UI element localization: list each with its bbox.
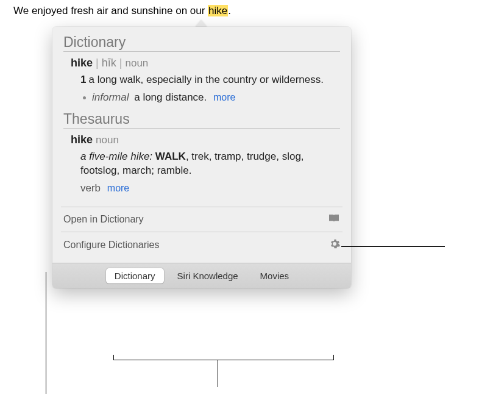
highlighted-word[interactable]: hike xyxy=(208,5,228,16)
dictionary-pos: noun xyxy=(125,57,148,69)
thesaurus-verb-label: verb xyxy=(80,182,101,194)
thesaurus-example: a five-mile hike: xyxy=(80,151,152,162)
dictionary-heading: Dictionary xyxy=(63,34,340,52)
thesaurus-verb-line: verb more xyxy=(80,182,340,196)
popover-content[interactable]: Dictionary hike | hīk | noun 1 a long wa… xyxy=(52,27,351,207)
sub-definition-row: informal a long distance. more xyxy=(80,91,340,105)
lookup-popover: Dictionary hike | hīk | noun 1 a long wa… xyxy=(52,27,351,288)
tab-siri-knowledge[interactable]: Siri Knowledge xyxy=(169,268,247,283)
thesaurus-entry: hike noun a five-mile hike: WALK, trek, … xyxy=(63,133,340,196)
open-in-dictionary-label: Open in Dictionary xyxy=(63,214,144,225)
dictionary-definitions: 1 a long walk, especially in the country… xyxy=(71,73,340,105)
open-in-dictionary-row[interactable]: Open in Dictionary xyxy=(61,207,343,232)
book-icon xyxy=(328,213,340,226)
popover-actions: Open in Dictionary Configure Dictionarie… xyxy=(52,207,351,263)
source-sentence: We enjoyed fresh air and sunshine on our… xyxy=(13,5,231,17)
sentence-suffix: . xyxy=(228,5,231,16)
more-link[interactable]: more xyxy=(213,92,235,102)
popover-footer-tabs: Dictionary Siri Knowledge Movies xyxy=(52,263,351,288)
thesaurus-heading: Thesaurus xyxy=(63,111,340,129)
dictionary-word-line: hike | hīk | noun xyxy=(71,57,340,69)
dictionary-entry: hike | hīk | noun 1 a long walk, especia… xyxy=(63,57,340,105)
configure-dictionaries-label: Configure Dictionaries xyxy=(63,240,159,251)
bullet-icon xyxy=(83,96,86,99)
thesaurus-word-line: hike noun xyxy=(71,133,340,146)
thesaurus-word: hike xyxy=(71,133,93,146)
dictionary-word: hike xyxy=(71,57,93,69)
callout-line xyxy=(341,246,445,247)
sentence-prefix: We enjoyed fresh air and sunshine on our xyxy=(13,5,208,16)
callout-line xyxy=(113,360,334,360)
more-link[interactable]: more xyxy=(107,183,129,193)
tab-movies[interactable]: Movies xyxy=(252,268,298,283)
dictionary-pronunciation: | hīk | xyxy=(96,57,122,69)
gear-icon xyxy=(329,238,340,252)
definition-number: 1 xyxy=(80,73,86,87)
thesaurus-synonyms-line: a five-mile hike: WALK, trek, tramp, tru… xyxy=(80,150,340,178)
callout-line xyxy=(218,360,218,387)
informal-label: informal xyxy=(92,91,129,103)
thesaurus-body: a five-mile hike: WALK, trek, tramp, tru… xyxy=(71,150,340,196)
callout-line xyxy=(46,272,46,394)
sub-definition-text: informal a long distance. more xyxy=(92,91,235,105)
thesaurus-lead-synonym: WALK xyxy=(155,151,186,162)
configure-dictionaries-row[interactable]: Configure Dictionaries xyxy=(61,232,343,258)
definition-row: 1 a long walk, especially in the country… xyxy=(80,73,340,87)
thesaurus-pos: noun xyxy=(96,134,119,146)
definition-text: a long walk, especially in the country o… xyxy=(88,73,340,87)
tab-dictionary[interactable]: Dictionary xyxy=(106,268,164,283)
callout-line xyxy=(333,355,334,360)
callout-line xyxy=(113,355,114,360)
